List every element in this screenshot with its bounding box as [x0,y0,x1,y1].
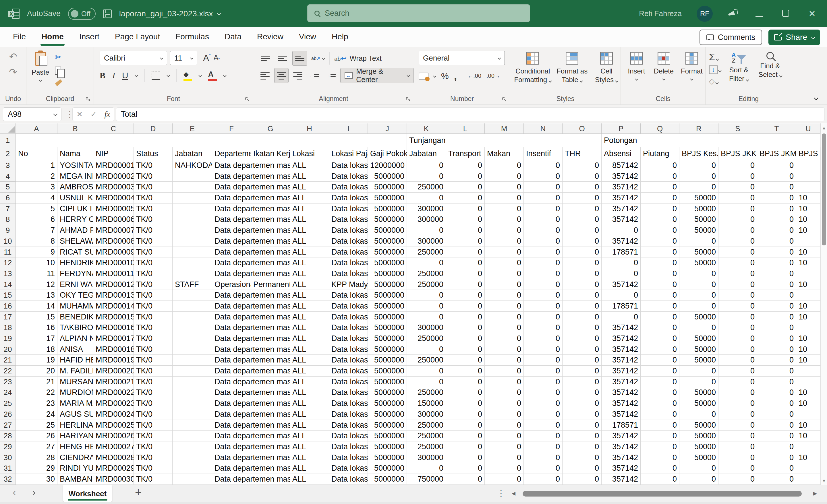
cell-M14[interactable]: 0 [485,279,524,290]
row-header-7[interactable]: 7 [0,203,16,214]
cell-L16[interactable]: 0 [446,301,485,312]
cell-O14[interactable]: 0 [563,279,601,290]
cell-N28[interactable]: 0 [524,431,563,442]
cell-T26[interactable]: 0 [757,409,796,420]
cell-A29[interactable]: 27 [16,442,57,452]
cell-M22[interactable]: 0 [485,366,524,376]
cell-S14[interactable]: 0 [719,279,757,290]
cell-I31[interactable]: Data lokasi [329,463,368,474]
cell-R27[interactable]: 50000 [679,420,719,431]
cell-G14[interactable]: Permanent [251,279,290,290]
cell-J2[interactable]: Gaji Pokok [368,147,407,160]
cell-I28[interactable]: Data lokasi [329,431,368,442]
format-cells-button[interactable]: Format [679,51,705,94]
cell-K6[interactable]: 0 [407,193,446,203]
cell-C12[interactable]: MRD00010 [93,257,134,268]
cell-S4[interactable]: 0 [719,171,757,182]
cell-E7[interactable] [173,203,212,214]
cell-C31[interactable]: MRD00029 [93,463,134,474]
cell-C9[interactable]: MRD00007 [93,225,134,236]
cell-S23[interactable]: 0 [719,376,757,388]
row-header-16[interactable]: 16 [0,301,16,312]
cell-I19[interactable]: Data lokasi [329,333,368,344]
cell-R24[interactable]: 50000 [679,387,719,398]
cell-D16[interactable]: TK/0 [134,301,173,312]
cell-F22[interactable]: Data departemen masi [212,366,290,376]
cell-S5[interactable]: 0 [719,182,757,193]
cell-C20[interactable]: MRD00018 [93,344,134,355]
cell-J27[interactable]: 5000000 [368,420,407,431]
cell-L27[interactable]: 0 [446,420,485,431]
cell-U11[interactable]: 10 [796,247,820,258]
align-center-button[interactable] [274,68,288,83]
scroll-up-icon[interactable]: ▴ [821,124,827,131]
cell-B15[interactable]: OKY TEGUH [57,290,93,301]
cell-M18[interactable]: 0 [485,322,524,333]
enter-formula-button[interactable]: ✓ [91,110,97,119]
scroll-right-icon[interactable]: ▸ [813,489,817,498]
cell-H4[interactable]: ALL [290,171,329,182]
cell-R29[interactable]: 50000 [679,442,719,452]
cell-Q7[interactable]: 0 [641,203,679,214]
cell-L28[interactable]: 0 [446,431,485,442]
cell-C26[interactable]: MRD00024 [93,409,134,420]
cell-K25[interactable]: 150000 [407,398,446,409]
cell-R14[interactable]: 0 [679,279,719,290]
cell-J24[interactable]: 5000000 [368,387,407,398]
feedback-megaphone-icon[interactable] [728,9,738,18]
cell-P22[interactable]: 357142 [601,366,641,376]
cell-Q13[interactable]: 0 [641,268,679,279]
cell-H28[interactable]: ALL [290,431,329,442]
cell-I23[interactable]: Data lokasi [329,376,368,388]
cell-C22[interactable]: MRD00020 [93,366,134,376]
fill-color-button[interactable]: ◆ [184,70,192,81]
cell-E6[interactable] [173,193,212,203]
cell-T9[interactable]: 0 [757,225,796,236]
cell-K16[interactable]: 0 [407,301,446,312]
cell-S8[interactable]: 0 [719,214,757,225]
cell-R26[interactable]: 0 [679,409,719,420]
cell-F17[interactable]: Data departemen masi [212,312,290,322]
next-sheet-button[interactable]: › [32,487,36,499]
cell-A9[interactable]: 7 [16,225,57,236]
ribbon-tab-formulas[interactable]: Formulas [168,27,217,47]
row-header-24[interactable]: 24 [0,387,16,398]
cell-B4[interactable]: MEGA INDA [57,171,93,182]
cell-M4[interactable]: 0 [485,171,524,182]
cell-T10[interactable]: 0 [757,236,796,247]
col-header-T[interactable]: T [757,123,796,134]
cell-R20[interactable]: 50000 [679,344,719,355]
cell-I29[interactable]: Data lokasi [329,442,368,452]
cell-H11[interactable]: ALL [290,247,329,258]
row-header-3[interactable]: 3 [0,160,16,171]
cell-S29[interactable]: 0 [719,442,757,452]
cell-T17[interactable]: 0 [757,312,796,322]
collapse-ribbon-button[interactable] [814,96,818,100]
cell-M21[interactable]: 0 [485,355,524,366]
cell-J21[interactable]: 5000000 [368,355,407,366]
cell-M24[interactable]: 0 [485,387,524,398]
cell-D27[interactable]: TK/0 [134,420,173,431]
col-header-S[interactable]: S [719,123,757,134]
cell-C10[interactable]: MRD00008 [93,236,134,247]
cell-A19[interactable]: 17 [16,333,57,344]
restore-button[interactable] [780,9,791,19]
cell-T32[interactable]: 0 [757,474,796,485]
cell-A10[interactable]: 8 [16,236,57,247]
cell-F18[interactable]: Data departemen masi [212,322,290,333]
cell-O21[interactable]: 0 [563,355,601,366]
cell-P6[interactable]: 357142 [601,193,641,203]
cell-K2[interactable]: Jabatan [407,147,446,160]
cell-O28[interactable]: 0 [563,431,601,442]
cell-C8[interactable]: MRD00006 [93,214,134,225]
cell-H10[interactable]: ALL [290,236,329,247]
cell-A24[interactable]: 22 [16,387,57,398]
cell-B22[interactable]: M. FADILLA [57,366,93,376]
cell-F15[interactable]: Data departemen masi [212,290,290,301]
copy-button[interactable] [55,66,61,74]
cell-B6[interactable]: USNUL KHA [57,193,93,203]
cell-I8[interactable]: Data lokasi [329,214,368,225]
cell-A15[interactable]: 13 [16,290,57,301]
col-header-L[interactable]: L [446,123,485,134]
cell-U6[interactable]: 10 [796,193,820,203]
